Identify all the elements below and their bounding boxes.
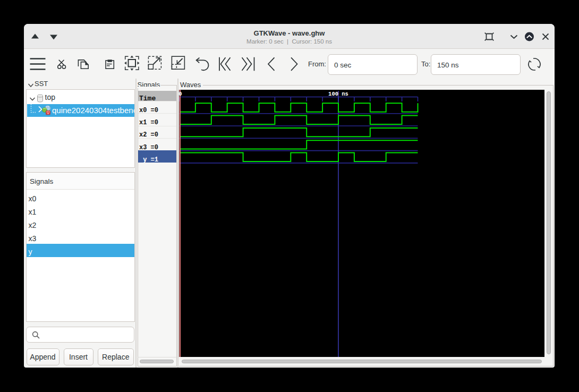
svg-text:0: 0	[179, 91, 182, 97]
svg-text:100 ns: 100 ns	[328, 91, 348, 97]
